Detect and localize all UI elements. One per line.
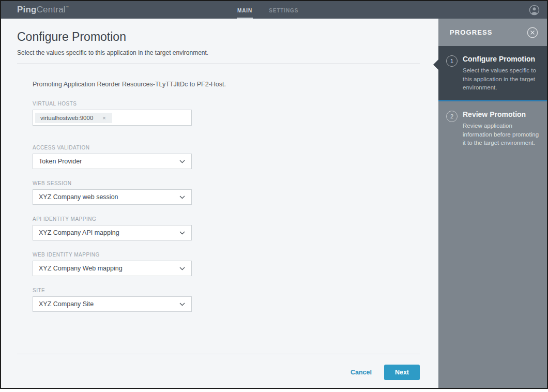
progress-header: PROGRESS	[438, 19, 547, 46]
footer-divider	[17, 354, 420, 354]
site-select[interactable]: XYZ Company Site	[33, 296, 192, 312]
active-step-pointer	[433, 59, 438, 70]
user-account-icon[interactable]	[529, 5, 540, 16]
step-number-badge: 2	[446, 111, 458, 122]
header-divider	[17, 64, 420, 64]
cancel-button[interactable]: Cancel	[351, 369, 372, 376]
virtual-host-tag-text: virtualhostweb:9000	[40, 115, 93, 121]
promotion-summary-text: Promoting Application Reorder Resources-…	[33, 81, 420, 88]
site-label: SITE	[33, 288, 420, 293]
step-text: Configure Promotion Select the values sp…	[463, 55, 539, 92]
step-description: Select the values specific to this appli…	[463, 66, 539, 92]
step-description: Review application information before pr…	[463, 122, 539, 147]
remove-tag-icon[interactable]: ×	[102, 115, 105, 121]
chevron-down-icon	[179, 231, 185, 235]
page-subtitle: Select the values specific to this appli…	[17, 49, 420, 56]
sidebar-filler	[438, 155, 547, 388]
access-validation-field: ACCESS VALIDATION Token Provider	[33, 145, 420, 169]
web-identity-mapping-value: XYZ Company Web mapping	[39, 265, 123, 272]
web-session-label: WEB SESSION	[33, 180, 420, 186]
next-button[interactable]: Next	[384, 365, 420, 380]
virtual-hosts-label: VIRTUAL HOSTS	[33, 101, 420, 107]
web-session-field: WEB SESSION XYZ Company web session	[33, 180, 420, 205]
step-title: Review Promotion	[463, 110, 539, 118]
progress-sidebar: PROGRESS 1 Configure Promotion Select th…	[438, 19, 547, 388]
api-identity-mapping-field: API IDENTITY MAPPING XYZ Company API map…	[33, 216, 420, 240]
web-session-select[interactable]: XYZ Company web session	[33, 189, 192, 205]
logo-trademark: ™	[66, 6, 69, 9]
chevron-down-icon	[179, 303, 185, 306]
progress-step-configure-promotion[interactable]: 1 Configure Promotion Select the values …	[438, 46, 547, 101]
progress-step-review-promotion[interactable]: 2 Review Promotion Review application in…	[438, 101, 547, 155]
api-identity-mapping-select[interactable]: XYZ Company API mapping	[33, 225, 192, 240]
web-identity-mapping-field: WEB IDENTITY MAPPING XYZ Company Web map…	[33, 252, 420, 276]
nav-tabs: MAIN SETTINGS	[237, 1, 299, 19]
footer-actions: Cancel Next	[17, 365, 420, 380]
logo-text-bold: Ping	[17, 5, 37, 14]
configure-promotion-panel: Configure Promotion Select the values sp…	[1, 19, 438, 388]
chevron-down-icon	[179, 160, 185, 163]
virtual-hosts-field: VIRTUAL HOSTS virtualhostweb:9000 ×	[33, 101, 420, 126]
tab-settings[interactable]: SETTINGS	[268, 1, 299, 19]
site-value: XYZ Company Site	[39, 300, 94, 308]
promotion-form: VIRTUAL HOSTS virtualhostweb:9000 × ACCE…	[33, 101, 420, 312]
chevron-down-icon	[179, 267, 185, 270]
web-identity-mapping-label: WEB IDENTITY MAPPING	[33, 252, 420, 258]
api-identity-mapping-label: API IDENTITY MAPPING	[33, 216, 420, 222]
access-validation-value: Token Provider	[39, 158, 82, 165]
step-title: Configure Promotion	[463, 55, 539, 63]
step-number-badge: 1	[446, 55, 458, 67]
site-field: SITE XYZ Company Site	[33, 288, 420, 312]
pingcentral-logo[interactable]: PingCentral™	[1, 5, 69, 15]
top-navbar: PingCentral™ MAIN SETTINGS	[1, 1, 547, 19]
api-identity-mapping-value: XYZ Company API mapping	[39, 229, 119, 236]
virtual-hosts-input[interactable]: virtualhostweb:9000 ×	[33, 110, 192, 126]
web-identity-mapping-select[interactable]: XYZ Company Web mapping	[33, 261, 192, 276]
logo-text-light: Central	[37, 5, 66, 14]
virtual-host-tag: virtualhostweb:9000 ×	[35, 113, 112, 123]
progress-title: PROGRESS	[450, 28, 492, 36]
access-validation-label: ACCESS VALIDATION	[33, 145, 420, 150]
chevron-down-icon	[179, 195, 185, 199]
app-window: PingCentral™ MAIN SETTINGS Configure Pro…	[0, 0, 548, 389]
web-session-value: XYZ Company web session	[39, 193, 118, 201]
page-title: Configure Promotion	[17, 30, 420, 44]
step-text: Review Promotion Review application info…	[463, 110, 539, 147]
close-progress-icon[interactable]	[527, 27, 538, 38]
tab-main[interactable]: MAIN	[237, 1, 253, 19]
access-validation-select[interactable]: Token Provider	[33, 154, 192, 169]
